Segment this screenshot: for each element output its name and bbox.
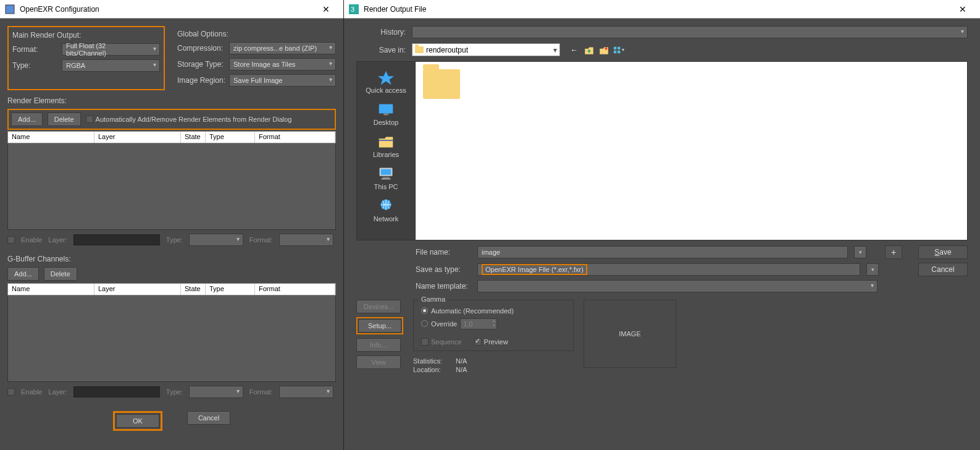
re-layer-input[interactable] <box>73 234 160 245</box>
svg-rect-0 <box>6 5 14 14</box>
svg-text:3: 3 <box>351 6 354 13</box>
saveas-label: Save as type: <box>416 265 471 274</box>
nametemplate-dropdown[interactable] <box>477 280 877 292</box>
sequence-checkbox[interactable] <box>421 338 429 346</box>
filename-input[interactable]: image <box>477 246 848 258</box>
image-preview: IMAGE <box>584 300 676 368</box>
saveas-dropdown[interactable]: OpenEXR Image File (*.exr,*.fxr) <box>477 263 860 276</box>
place-quick-access[interactable]: Quick access <box>357 67 415 96</box>
preview-checkbox-label[interactable]: Preview <box>474 338 508 346</box>
devices-button[interactable]: Devices... <box>356 300 401 313</box>
gamma-label: Gamma <box>419 295 448 303</box>
filename-history-dropdown[interactable]: ▾ <box>854 246 866 258</box>
gbuffer-list[interactable] <box>7 295 336 382</box>
gb-col-name[interactable]: Name <box>8 284 94 295</box>
compression-label: Compression: <box>177 44 229 53</box>
re-format-label: Format: <box>249 236 273 244</box>
svg-rect-4 <box>618 46 620 49</box>
saveas-dropdown-arrow[interactable]: ▾ <box>866 263 879 276</box>
gb-col-state[interactable]: State <box>181 284 206 295</box>
ok-button[interactable]: OK <box>116 414 159 428</box>
view-menu-icon[interactable]: ▾ <box>613 45 624 56</box>
render-elements-label: Render Elements: <box>7 96 336 105</box>
auto-add-checkbox-label[interactable]: Automatically Add/Remove Render Elements… <box>86 116 292 123</box>
storage-dropdown[interactable]: Store Image as Tiles <box>229 58 336 70</box>
savein-value: renderoutput <box>426 46 551 54</box>
col-state[interactable]: State <box>181 132 206 143</box>
setup-button[interactable]: Setup... <box>358 319 401 333</box>
delete-render-element-button[interactable]: Delete <box>48 112 81 126</box>
gb-enable-checkbox[interactable] <box>7 388 15 396</box>
view-button[interactable]: View <box>356 355 401 369</box>
radio-icon <box>421 320 428 327</box>
titlebar-right: 3 Render Output File ✕ <box>344 0 980 19</box>
save-button[interactable]: SSaveave <box>918 245 968 259</box>
region-dropdown[interactable]: Save Full Image <box>229 74 336 87</box>
setup-highlight: Setup... <box>356 317 403 334</box>
new-folder-icon[interactable] <box>598 45 609 56</box>
col-type[interactable]: Type <box>206 132 255 143</box>
re-type-dropdown[interactable] <box>189 234 243 246</box>
main-render-output-group: Main Render Output: Format: Full Float (… <box>7 26 165 90</box>
gb-format-dropdown[interactable] <box>279 386 333 398</box>
global-options-group: Global Options: Compression: zip compres… <box>177 26 336 90</box>
savein-dropdown[interactable]: renderoutput ▾ <box>412 43 560 56</box>
format-dropdown[interactable]: Full Float (32 bits/Channel) <box>62 43 160 56</box>
gbuffer-options: Enable Layer: Type: Format: <box>7 382 336 402</box>
place-network[interactable]: Network <box>357 195 415 225</box>
col-name[interactable]: Name <box>8 132 94 143</box>
col-format[interactable]: Format <box>255 132 335 143</box>
nametemplate-label: Name template: <box>416 282 471 291</box>
up-folder-icon[interactable] <box>584 45 595 56</box>
place-this-pc[interactable]: This PC <box>357 163 415 193</box>
delete-gbuffer-button[interactable]: Delete <box>44 267 77 281</box>
cancel-button-left[interactable]: Cancel <box>187 411 230 425</box>
preview-checkbox[interactable] <box>474 338 482 346</box>
type-dropdown[interactable]: RGBA <box>62 59 160 72</box>
svg-rect-8 <box>379 104 393 114</box>
main-render-output-label: Main Render Output: <box>12 31 160 40</box>
auto-add-text: Automatically Add/Remove Render Elements… <box>96 116 292 123</box>
close-button-right[interactable]: ✕ <box>950 4 975 14</box>
savein-label: Save in: <box>356 46 412 54</box>
auto-add-checkbox[interactable] <box>86 116 93 123</box>
place-desktop[interactable]: Desktop <box>357 99 415 129</box>
gb-layer-input[interactable] <box>73 386 160 397</box>
location-value: N/A <box>456 366 467 373</box>
gamma-override-radio[interactable]: Override 1,0 <box>421 318 497 329</box>
gbuffer-header: Name Layer State Type Format <box>7 283 336 295</box>
close-button-left[interactable]: ✕ <box>314 4 338 14</box>
window-title-left: OpenEXR Configuration <box>20 5 314 14</box>
gb-enable-label: Enable <box>21 388 42 396</box>
places-bar: Quick access Desktop Libraries This PC N… <box>356 61 416 240</box>
file-list[interactable] <box>416 61 968 240</box>
filename-label: File name: <box>416 248 471 257</box>
add-gbuffer-button[interactable]: Add... <box>7 267 39 281</box>
type-label: Type: <box>12 61 62 70</box>
ok-highlight: OK <box>113 411 162 431</box>
history-dropdown[interactable] <box>412 26 968 38</box>
add-filename-button[interactable]: + <box>885 245 902 259</box>
re-format-dropdown[interactable] <box>279 234 333 246</box>
location-label: Location: <box>413 366 447 373</box>
compression-dropdown[interactable]: zip compress...e band (ZIP) <box>229 42 336 54</box>
render-elements-list[interactable] <box>7 143 336 230</box>
gamma-auto-radio[interactable]: Automatic (Recommended) <box>421 307 514 315</box>
info-button[interactable]: Info... <box>356 338 401 352</box>
gb-col-format[interactable]: Format <box>255 284 335 295</box>
gb-col-layer[interactable]: Layer <box>94 284 181 295</box>
add-render-element-button[interactable]: Add... <box>11 112 43 126</box>
back-icon[interactable]: ← <box>569 45 580 56</box>
col-layer[interactable]: Layer <box>94 132 181 143</box>
place-libraries[interactable]: Libraries <box>357 131 415 161</box>
sequence-checkbox-label[interactable]: Sequence <box>421 338 462 346</box>
gb-type-label: Type: <box>166 388 183 396</box>
cancel-button-right[interactable]: Cancel <box>918 263 968 276</box>
folder-item[interactable] <box>423 69 460 99</box>
gamma-override-spinner[interactable]: 1,0 <box>460 318 497 329</box>
re-type-label: Type: <box>166 236 183 244</box>
gb-type-dropdown[interactable] <box>189 386 243 398</box>
render-output-window: 3 Render Output File ✕ History: Save in:… <box>344 0 980 450</box>
re-enable-checkbox[interactable] <box>7 236 15 244</box>
gb-col-type[interactable]: Type <box>206 284 255 295</box>
